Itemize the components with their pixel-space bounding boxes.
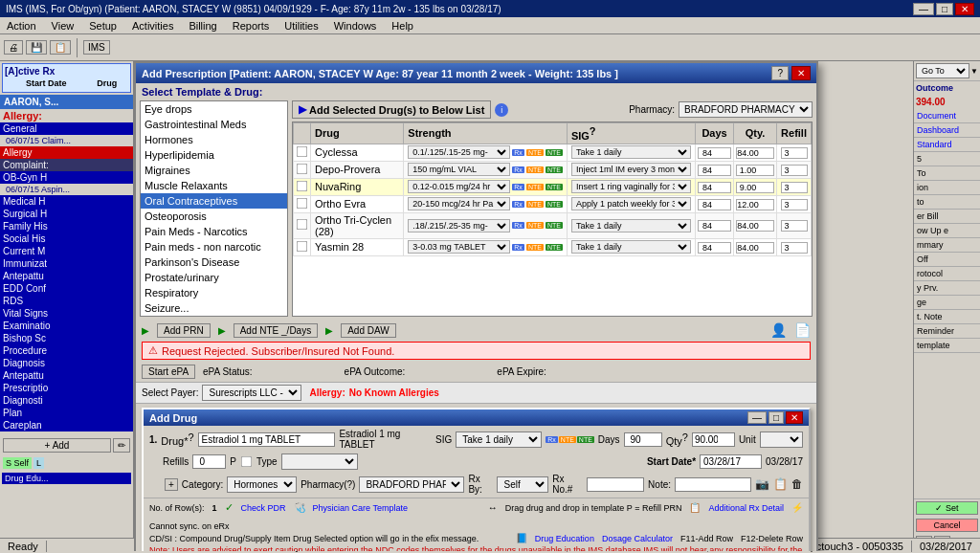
plus-category-icon[interactable]: + [165, 478, 178, 491]
pharmacy-field-select[interactable]: BRADFORD PHARM/ [359, 476, 464, 493]
active-rx-panel[interactable]: [A]ctive Rx Start Date Drug [2, 63, 131, 93]
right-item-off[interactable]: Off [914, 253, 980, 267]
template-item-pain-non[interactable]: Pain meds - non narcotic [141, 239, 287, 254]
right-item-tnote[interactable]: t. Note [914, 310, 980, 324]
toolbar-btn-4[interactable]: IMS [83, 40, 110, 55]
qty-input[interactable] [692, 432, 735, 447]
right-item-5[interactable]: 5 [914, 152, 980, 166]
rx-by-select[interactable]: Self [497, 476, 548, 493]
set-btn[interactable]: ✓ Set [916, 501, 978, 515]
category-select[interactable]: Hormones [227, 476, 297, 493]
add-nte-btn[interactable]: Add NTE _/Days [234, 323, 318, 338]
menu-view[interactable]: View [49, 19, 78, 33]
close-main-btn[interactable]: ✕ [955, 3, 974, 15]
add-btn[interactable]: + Add [3, 438, 111, 453]
drug-sig-select-1[interactable]: Take 1 daily [571, 145, 691, 159]
add-drug-min-btn[interactable]: — [747, 411, 767, 424]
drug-check-2[interactable] [294, 161, 311, 178]
days-input[interactable] [624, 432, 662, 447]
sidebar-item-prescription[interactable]: Prescriptio [0, 382, 133, 394]
drug-refill-input-2[interactable] [781, 165, 808, 176]
sidebar-item-obgyn[interactable]: OB-Gyn H [0, 171, 133, 184]
add-prn-btn[interactable]: Add PRN [157, 323, 211, 338]
p-checkbox[interactable] [241, 456, 253, 468]
drug-check-1[interactable] [294, 144, 311, 161]
start-epa-btn[interactable]: Start ePA [142, 365, 195, 379]
menu-utilities[interactable]: Utilities [281, 19, 321, 33]
right-item-rotocol[interactable]: rotocol [914, 267, 980, 281]
goto-select[interactable]: Go To [916, 63, 969, 78]
menu-help[interactable]: Help [389, 19, 416, 33]
drug-check-3[interactable] [294, 178, 311, 195]
drug-qty-input-6[interactable] [736, 242, 774, 254]
right-item-followup[interactable]: ow Up e [914, 224, 980, 238]
note-input[interactable] [675, 477, 751, 492]
right-item-to[interactable]: To [914, 166, 980, 181]
check-pdr-label[interactable]: Check PDR [241, 503, 286, 513]
rx-no-input[interactable] [587, 477, 644, 492]
edit-btn[interactable]: ✏ [113, 438, 130, 453]
sidebar-item-careplan[interactable]: Careplan [0, 419, 133, 431]
menu-activities[interactable]: Activities [129, 19, 176, 33]
sidebar-item-procedure[interactable]: Procedure [0, 344, 133, 357]
unit-select[interactable] [760, 431, 803, 448]
maximize-btn[interactable]: □ [936, 3, 953, 15]
drug-refill-input-1[interactable] [781, 147, 808, 159]
trash-icon[interactable]: 🗑 [791, 477, 803, 491]
sidebar-item-rds[interactable]: RDS [0, 295, 133, 307]
drug-strength-select-3[interactable]: 0.12-0.015 mg/24 hr [408, 180, 510, 193]
sidebar-item-social[interactable]: Social His [0, 232, 133, 245]
template-item-eyedrops[interactable]: Eye drops [141, 101, 287, 117]
drug-days-input-2[interactable] [698, 165, 731, 176]
template-item-parkinsons[interactable]: Parkinson's Disease [141, 254, 287, 270]
right-item-reminder[interactable]: Reminder [914, 324, 980, 339]
drug-qty-input-1[interactable] [736, 147, 774, 159]
copy-icon[interactable]: 📋 [773, 477, 788, 491]
prescription-help-btn[interactable]: ? [771, 66, 789, 80]
sidebar-item-complaint[interactable]: Complaint: [0, 159, 133, 171]
dosage-calc-label[interactable]: Dosage Calculator [602, 534, 673, 543]
template-item-muscle[interactable]: Muscle Relaxants [141, 178, 287, 193]
toolbar-btn-1[interactable]: 🖨 [4, 40, 23, 55]
start-date-input[interactable] [700, 454, 762, 469]
menu-action[interactable]: Action [4, 19, 39, 33]
add-drug-max-btn[interactable]: □ [768, 411, 784, 424]
drug-qty-input-4[interactable] [736, 199, 774, 210]
minimize-btn[interactable]: — [913, 3, 934, 15]
sidebar-item-allergy[interactable]: Allergy [0, 146, 133, 159]
sidebar-item-edd[interactable]: EDD Conf [0, 282, 133, 295]
sidebar-item-diagnosis[interactable]: Diagnosis [0, 357, 133, 369]
right-item-standard[interactable]: Standard [914, 138, 980, 152]
right-cancel-btn[interactable]: Cancel [916, 519, 978, 532]
drug-qty-input-2[interactable] [736, 165, 774, 176]
additional-rx-label[interactable]: Additional Rx Detail [708, 503, 784, 513]
add-selected-btn[interactable]: ▶ Add Selected Drug(s) to Below List [292, 100, 491, 119]
sidebar-item-current-meds[interactable]: Current M [0, 245, 133, 257]
drug-edu[interactable]: Drug Edu... [2, 473, 131, 484]
drug-strength-select-5[interactable]: .18/.215/.25-35 mg- [408, 219, 510, 232]
right-item-dashboard[interactable]: Dashboard [914, 123, 980, 138]
sig-field-select[interactable]: Take 1 daily [456, 431, 542, 448]
drug-check-5[interactable] [294, 212, 311, 238]
menu-windows[interactable]: Windows [331, 19, 380, 33]
sidebar-item-medical[interactable]: Medical H [0, 195, 133, 208]
drug-days-input-1[interactable] [698, 147, 731, 159]
sidebar-item-vitals[interactable]: Vital Signs [0, 307, 133, 320]
physician-template-label[interactable]: Physician Care Template [313, 503, 408, 513]
sidebar-item-family[interactable]: Family His [0, 220, 133, 232]
template-item-hormones[interactable]: Hormones [141, 132, 287, 147]
drug-sig-select-5[interactable]: Take 1 daily [571, 219, 691, 232]
sidebar-item-exam[interactable]: Examinatio [0, 320, 133, 332]
drug-qty-input-3[interactable] [736, 182, 774, 193]
drug-refill-input-4[interactable] [781, 199, 808, 210]
toolbar-btn-3[interactable]: 📋 [50, 40, 71, 55]
drug-sig-select-4[interactable]: Apply 1 patch weekly for 3 weeks. [571, 197, 691, 210]
drug-qty-input-5[interactable] [736, 220, 774, 232]
menu-billing[interactable]: Billing [186, 19, 219, 33]
drug-strength-select-1[interactable]: 0.1/.125/.15-25 mg- [408, 145, 510, 159]
sidebar-item-plan[interactable]: Plan [0, 407, 133, 419]
drug-strength-select-4[interactable]: 20-150 mcg/24 hr Pa [408, 197, 510, 210]
drug-refill-input-5[interactable] [781, 220, 808, 232]
toolbar-btn-2[interactable]: 💾 [26, 40, 47, 55]
template-item-seizure[interactable]: Seizure... [141, 300, 287, 316]
